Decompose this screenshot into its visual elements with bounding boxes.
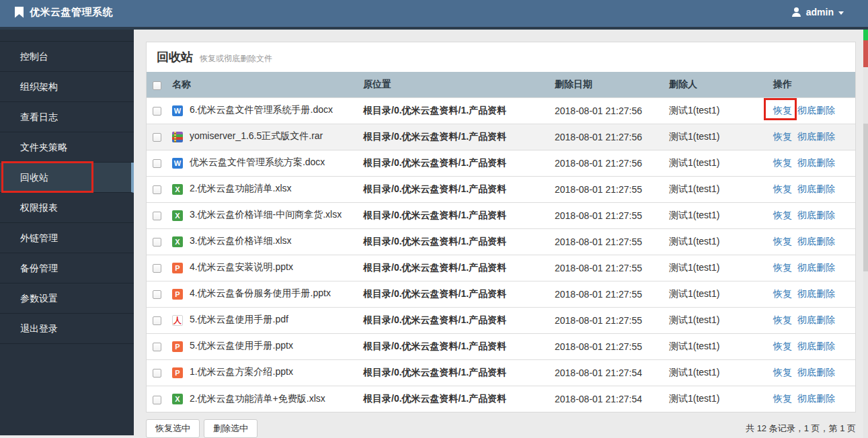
file-name-cell: X 2.优米云盘功能清单+免费版.xlsx	[167, 386, 358, 412]
restore-link[interactable]: 恢复	[773, 236, 792, 247]
restore-link[interactable]: 恢复	[773, 367, 792, 378]
original-location-cell: 根目录/0.优米云盘资料/1.产品资料	[358, 150, 549, 176]
table-row: P 1.优米云盘方案介绍.pptx 根目录/0.优米云盘资料/1.产品资料 20…	[147, 359, 855, 386]
actions-cell: 恢复 彻底删除	[768, 359, 855, 386]
file-icon-docx: W	[172, 158, 183, 169]
deleter-cell: 测试1(test1)	[664, 202, 768, 228]
deleter-cell: 测试1(test1)	[664, 359, 768, 386]
row-checkbox[interactable]	[153, 133, 161, 142]
restore-link[interactable]: 恢复	[773, 341, 792, 351]
select-all-checkbox[interactable]	[153, 81, 161, 90]
deleter-cell: 测试1(test1)	[664, 281, 768, 307]
file-icon-xlsx: X	[172, 210, 183, 221]
delete-forever-link[interactable]: 彻底删除	[797, 210, 835, 220]
sidebar-item-7[interactable]: 备份管理	[0, 253, 134, 283]
restore-link[interactable]: 恢复	[773, 183, 792, 194]
scroll-marker-red	[863, 40, 868, 67]
sidebar-item-1[interactable]: 组织架构	[0, 72, 134, 102]
table-row: P 4.优米云盘安装说明.pptx 根目录/0.优米云盘资料/1.产品资料 20…	[147, 255, 855, 281]
file-icon-pptx: P	[172, 263, 183, 273]
table-row: X 2.优米云盘功能清单+免费版.xlsx 根目录/0.优米云盘资料/1.产品资…	[147, 386, 855, 412]
sidebar-item-2[interactable]: 查看日志	[0, 102, 134, 132]
delete-forever-link[interactable]: 彻底删除	[797, 341, 835, 351]
original-location-cell: 根目录/0.优米云盘资料/1.产品资料	[358, 124, 549, 150]
delete-forever-link[interactable]: 彻底删除	[797, 105, 835, 116]
row-checkbox-cell	[147, 124, 167, 150]
row-checkbox[interactable]	[153, 159, 161, 168]
file-name-cell: P 5.优米云盘使用手册.pptx	[167, 333, 358, 359]
actions-cell: 恢复 彻底删除	[768, 202, 855, 228]
scrollbar-thumb[interactable]	[863, 124, 868, 271]
sidebar-item-3[interactable]: 文件夹策略	[0, 132, 134, 163]
restore-selected-button[interactable]: 恢复选中	[146, 419, 200, 438]
delete-forever-link[interactable]: 彻底删除	[797, 157, 835, 168]
delete-selected-button[interactable]: 删除选中	[204, 419, 258, 438]
row-checkbox-cell	[147, 228, 167, 255]
original-location-cell: 根目录/0.优米云盘资料/1.产品资料	[358, 281, 549, 307]
sidebar-menu: 控制台组织架构查看日志文件夹策略回收站权限报表外链管理备份管理参数设置退出登录	[0, 41, 134, 344]
sidebar-item-6[interactable]: 外链管理	[0, 223, 134, 253]
delete-forever-link[interactable]: 彻底删除	[797, 393, 835, 404]
restore-link[interactable]: 恢复	[773, 393, 792, 404]
row-checkbox[interactable]	[153, 238, 161, 247]
restore-link[interactable]: 恢复	[773, 131, 792, 142]
file-icon-pdf: 人	[172, 315, 183, 326]
original-location-cell: 根目录/0.优米云盘资料/1.产品资料	[358, 333, 549, 359]
restore-link[interactable]: 恢复	[773, 210, 792, 220]
row-checkbox-cell	[147, 386, 167, 412]
restore-link[interactable]: 恢复	[773, 288, 792, 299]
header-name: 名称	[167, 72, 358, 97]
user-menu[interactable]: admin	[791, 7, 844, 17]
delete-forever-link[interactable]: 彻底删除	[797, 236, 835, 247]
restore-link[interactable]: 恢复	[773, 105, 792, 116]
table-row: X 2.优米云盘功能清单.xlsx 根目录/0.优米云盘资料/1.产品资料 20…	[147, 176, 855, 202]
file-name-cell: W 6.优米云盘文件管理系统手册.docx	[167, 97, 358, 124]
restore-link[interactable]: 恢复	[773, 157, 792, 168]
row-checkbox[interactable]	[153, 107, 161, 116]
row-checkbox[interactable]	[153, 396, 161, 404]
row-checkbox[interactable]	[153, 264, 161, 273]
sidebar-item-8[interactable]: 参数设置	[0, 283, 134, 314]
sidebar-item-9[interactable]: 退出登录	[0, 314, 134, 344]
file-name-cell: P 4.优米云盘备份服务使用手册.pptx	[167, 281, 358, 307]
scrollbar-track[interactable]	[863, 30, 868, 438]
row-checkbox-cell	[147, 307, 167, 333]
file-name-cell: P 1.优米云盘方案介绍.pptx	[167, 359, 358, 386]
delete-forever-link[interactable]: 彻底删除	[797, 131, 835, 142]
delete-forever-link[interactable]: 彻底删除	[797, 314, 835, 325]
row-checkbox[interactable]	[153, 212, 161, 220]
row-checkbox[interactable]	[153, 369, 161, 378]
row-checkbox-cell	[147, 202, 167, 228]
delete-forever-link[interactable]: 彻底删除	[797, 367, 835, 378]
delete-date-cell: 2018-08-01 21:27:55	[549, 228, 664, 255]
delete-forever-link[interactable]: 彻底删除	[797, 262, 835, 273]
delete-forever-link[interactable]: 彻底删除	[797, 183, 835, 194]
recycle-bin-table: 名称 原位置 删除日期 删除人 操作 W 6.优米云盘文件管理系统手册.docx…	[147, 72, 855, 412]
restore-link[interactable]: 恢复	[773, 314, 792, 325]
file-icon-xlsx: X	[172, 184, 183, 195]
delete-forever-link[interactable]: 彻底删除	[797, 288, 835, 299]
delete-date-cell: 2018-08-01 21:27:56	[549, 124, 664, 150]
table-row: 人 5.优米云盘使用手册.pdf 根目录/0.优米云盘资料/1.产品资料 201…	[147, 307, 855, 333]
row-checkbox[interactable]	[153, 185, 161, 194]
page-title: 回收站	[157, 49, 193, 65]
table-row: W 优米云盘文件管理系统方案.docx 根目录/0.优米云盘资料/1.产品资料 …	[147, 150, 855, 176]
row-checkbox[interactable]	[153, 290, 161, 299]
restore-link[interactable]: 恢复	[773, 262, 792, 273]
deleter-cell: 测试1(test1)	[664, 150, 768, 176]
sidebar-item-label: 查看日志	[20, 112, 58, 122]
sidebar-item-4[interactable]: 回收站	[0, 163, 134, 193]
file-icon-pptx: P	[172, 341, 183, 352]
original-location-cell: 根目录/0.优米云盘资料/1.产品资料	[358, 307, 549, 333]
row-checkbox[interactable]	[153, 316, 161, 325]
sidebar-item-0[interactable]: 控制台	[0, 42, 134, 72]
file-icon-rar	[172, 132, 183, 142]
sidebar-item-5[interactable]: 权限报表	[0, 193, 134, 223]
scroll-marker-green	[863, 30, 868, 40]
file-icon-pptx: P	[172, 367, 183, 378]
original-location-cell: 根目录/0.优米云盘资料/1.产品资料	[358, 97, 549, 124]
table-body: W 6.优米云盘文件管理系统手册.docx 根目录/0.优米云盘资料/1.产品资…	[147, 97, 855, 412]
delete-date-cell: 2018-08-01 21:27:54	[549, 386, 664, 412]
header-actions: 操作	[768, 72, 855, 97]
row-checkbox[interactable]	[153, 343, 161, 351]
